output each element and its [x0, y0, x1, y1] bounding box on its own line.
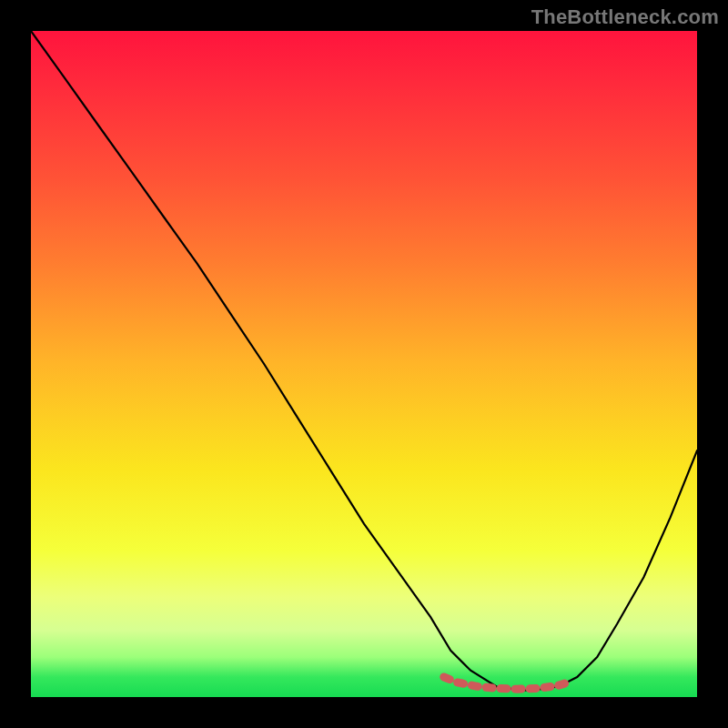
chart-frame: TheBottleneck.com	[0, 0, 728, 728]
optimal-range-marker	[444, 677, 571, 689]
watermark-text: TheBottleneck.com	[531, 5, 719, 29]
curve-layer	[31, 31, 697, 697]
bottleneck-curve	[31, 31, 697, 691]
plot-area	[31, 31, 697, 697]
